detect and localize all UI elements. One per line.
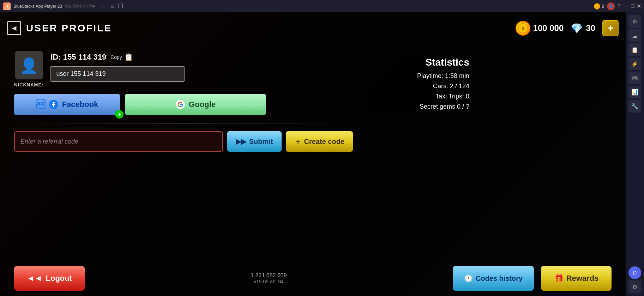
stats-taxi: Taxi Trips: 0 [435, 93, 469, 100]
referral-code-input[interactable] [14, 131, 223, 152]
bluestacks-logo: B [3, 2, 11, 10]
left-panel: 👤 NICKNAME: ID: 155 114 319 Copy 📋 [14, 51, 353, 289]
add-currency-button[interactable]: + [602, 20, 619, 36]
social-buttons:  Facebook + Goog [14, 94, 353, 115]
google-label: Google [189, 100, 216, 109]
sidebar-settings-icon[interactable]: ⚙ [628, 280, 641, 293]
nickname-input[interactable] [50, 66, 185, 82]
gem-icon: 💎 [571, 23, 583, 34]
submit-button[interactable]: ▶▶ Submit [227, 131, 282, 152]
version-info: 1 821 682 609 v15.05 ab: 94 [251, 272, 287, 284]
minimize-icon[interactable]: ─ [625, 3, 629, 10]
bs-app-name: BlueStacks App Player 23 [13, 4, 62, 9]
facebook-icon:  [36, 99, 45, 110]
stats-secret-gems: Secret gems 0 / ? [420, 103, 469, 110]
bs-coin-value: 0 [602, 4, 604, 9]
bs-user-avatar[interactable]: 👤 [607, 2, 615, 10]
gem-display: 💎 30 [571, 23, 595, 34]
header-right: $ 100 000 💎 30 + [516, 20, 619, 36]
copy-label: Copy [110, 54, 122, 60]
sidebar-icon-5[interactable]: 🎮 [628, 72, 641, 84]
stats-taxi-row: Taxi Trips: 0 [371, 93, 469, 100]
back-button[interactable]: ◄ [7, 21, 21, 35]
stats-title: Statistics [371, 57, 469, 68]
sidebar-icon-1[interactable]: ⚙ [628, 15, 641, 28]
facebook-logo [49, 99, 59, 109]
sidebar-icon-6[interactable]: 📊 [628, 86, 641, 98]
plus-indicator: + [115, 110, 124, 119]
bluestacks-bar: B BlueStacks App Player 23 5.21.650.1063… [0, 0, 644, 12]
copy-button[interactable]: Copy 📋 [110, 53, 133, 61]
bs-right-controls: 0 👤 ? ─ □ ✕ [594, 2, 641, 10]
maximize-icon[interactable]: □ [631, 3, 634, 10]
divider [14, 123, 353, 123]
create-code-icon: ＋ [294, 137, 301, 146]
top-header: ◄ USER PROFILE $ 100 000 💎 30 + [0, 12, 626, 44]
rewards-button[interactable]: 🎁 Rewards [541, 266, 612, 291]
back-arrow-icon: ◄ [7, 21, 21, 35]
codes-history-icon: 🕐 [464, 274, 473, 283]
game-area: ◄ USER PROFILE $ 100 000 💎 30 + [0, 12, 626, 296]
logout-button[interactable]: ◄◄ Logout [14, 266, 85, 291]
referral-row: ▶▶ Submit ＋ Create code [14, 131, 353, 152]
coin-icon: $ [516, 21, 530, 36]
submit-label: Submit [249, 138, 273, 146]
stats-playtime-row: Playtime: 1:58 min [371, 72, 469, 80]
codes-history-button[interactable]: 🕐 Codes history [453, 266, 534, 291]
google-logo [175, 99, 185, 109]
stats-playtime: Playtime: 1:58 min [417, 72, 469, 79]
bs-window-controls: ─ □ ✕ [625, 3, 641, 10]
submit-icon: ▶▶ [236, 137, 246, 146]
gem-amount: 30 [586, 23, 595, 33]
bs-coin-display: 0 [594, 3, 604, 10]
main-content: 👤 NICKNAME: ID: 155 114 319 Copy 📋 [0, 44, 626, 296]
copy-icon: 📋 [124, 53, 133, 61]
page-title: USER PROFILE [26, 23, 112, 34]
tabs-nav-icon[interactable]: ❐ [118, 3, 123, 10]
user-id-row: ID: 155 114 319 Copy 📋 [50, 53, 185, 62]
sidebar-icon-2[interactable]: ☁ [628, 29, 641, 42]
stats-cars-row: Cars: 2 / 124 [371, 83, 469, 90]
home-nav-icon[interactable]: ⌂ [110, 3, 114, 10]
bs-coin-icon [594, 3, 600, 10]
stats-container: Statistics Playtime: 1:58 min Cars: 2 / … [363, 51, 476, 119]
coin-amount: 100 000 [533, 23, 564, 33]
stats-cars: Cars: 2 / 124 [433, 83, 469, 90]
bs-version: 5.21.650.1063 P64 [65, 4, 95, 8]
bottom-area: ◄◄ Logout 1 821 682 609 v15.05 ab: 94 🕐 … [0, 261, 626, 296]
version-num: v15.05 ab: 94 [251, 279, 287, 284]
discord-icon[interactable]: D [628, 266, 641, 279]
rewards-label: Rewards [566, 274, 599, 283]
avatar-container: 👤 NICKNAME: [14, 51, 43, 87]
facebook-button[interactable]:  Facebook + [14, 94, 120, 115]
user-id-text: ID: 155 114 319 [50, 53, 106, 62]
create-code-label: Create code [304, 138, 345, 146]
logout-icon: ◄◄ [27, 274, 42, 283]
codes-history-label: Codes history [476, 274, 523, 283]
close-icon[interactable]: ✕ [637, 3, 641, 10]
google-button[interactable]: Google [125, 94, 266, 115]
logout-label: Logout [46, 274, 72, 283]
user-avatar: 👤 [15, 51, 43, 79]
sidebar-icon-3[interactable]: 📋 [628, 43, 641, 56]
user-details: ID: 155 114 319 Copy 📋 [50, 51, 185, 82]
nickname-label: NICKNAME: [14, 82, 43, 87]
rewards-icon: 🎁 [554, 274, 564, 283]
facebook-label: Facebook [62, 100, 98, 109]
svg-text:$: $ [522, 26, 524, 31]
back-nav-icon[interactable]: ← [101, 3, 106, 10]
sidebar-icon-4[interactable]: ⚡ [628, 58, 641, 70]
right-sidebar: ⚙ ☁ 📋 ⚡ 🎮 📊 🔧 D ⚙ [626, 12, 644, 296]
right-panel: Statistics Playtime: 1:58 min Cars: 2 / … [353, 51, 476, 289]
sidebar-icon-7[interactable]: 🔧 [628, 100, 641, 113]
bs-nav: ← ⌂ ❐ [101, 3, 123, 10]
user-info-row: 👤 NICKNAME: ID: 155 114 319 Copy 📋 [14, 51, 353, 87]
bs-help-icon[interactable]: ? [618, 3, 621, 10]
version-id: 1 821 682 609 [251, 272, 287, 279]
stats-gems-row: Secret gems 0 / ? [371, 103, 469, 110]
create-code-button[interactable]: ＋ Create code [286, 131, 353, 152]
coin-display: $ 100 000 [516, 21, 564, 36]
